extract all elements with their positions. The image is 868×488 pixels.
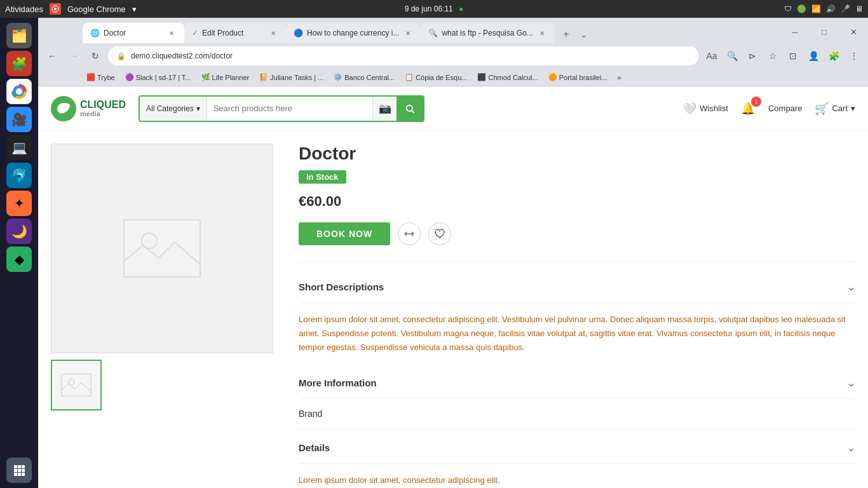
tab4-label: what is ftp - Pesquisa Go... xyxy=(442,29,532,37)
tab-edit-product[interactable]: ✓ Edit Product ✕ xyxy=(184,23,286,43)
search-input[interactable] xyxy=(207,97,372,121)
main-product-image[interactable] xyxy=(51,144,273,353)
dock-zoom-icon[interactable]: 🎥 xyxy=(6,107,32,132)
browser-chrome: 🌐 Doctor ✕ ✓ Edit Product ✕ 🔵 How to cha… xyxy=(38,18,868,86)
cast-btn[interactable]: ⊳ xyxy=(743,47,761,65)
menu-btn[interactable]: ⋮ xyxy=(845,47,863,65)
tab-ftp[interactable]: 🔍 what is ftp - Pesquisa Go... ✕ xyxy=(421,23,554,43)
compare-product-btn[interactable] xyxy=(398,222,421,245)
dock-ext-icon[interactable]: 🧩 xyxy=(6,51,32,76)
activities-label[interactable]: Atividades xyxy=(5,4,43,14)
svg-rect-10 xyxy=(14,473,17,476)
store-logo[interactable]: CLIQUED media xyxy=(51,96,126,121)
tab1-close[interactable]: ✕ xyxy=(166,28,177,38)
svg-rect-15 xyxy=(124,220,200,277)
bookmark-slack-label: Slack | sd-17 | T... xyxy=(136,74,191,81)
recording-dot: ● xyxy=(459,4,463,13)
bookmark-planner[interactable]: 🌿 Life Planner xyxy=(198,72,254,83)
details-arrow: ⌄ xyxy=(847,442,855,454)
product-page: Doctor In Stock €60.00 BOOK NOW xyxy=(38,131,868,488)
wifi-icon: 📶 xyxy=(811,4,821,13)
compare-label: Compare xyxy=(768,104,802,113)
book-now-btn[interactable]: BOOK NOW xyxy=(299,222,390,245)
back-btn[interactable]: ← xyxy=(43,47,61,65)
reader-btn[interactable]: ⊡ xyxy=(784,47,802,65)
forward-btn[interactable]: → xyxy=(65,47,83,65)
camera-search-btn[interactable]: 📷 xyxy=(372,97,397,121)
bookmark-banco[interactable]: ⚙️ Banco Central... xyxy=(330,72,398,83)
new-tab-btn[interactable]: + xyxy=(557,25,575,43)
tab4-favicon: 🔍 xyxy=(428,29,438,37)
extensions-btn[interactable]: 🧩 xyxy=(825,47,843,65)
reload-btn[interactable]: ↻ xyxy=(86,47,104,65)
tab3-close[interactable]: ✕ xyxy=(403,28,413,38)
search-submit-btn[interactable] xyxy=(397,97,423,121)
bookmark-copia-label: Cópia de Esqu... xyxy=(416,74,467,81)
thumbnail-list xyxy=(51,360,273,410)
logo-text-group: CLIQUED media xyxy=(80,100,126,118)
bookmark-trybe-label: Trybe xyxy=(97,74,115,81)
translate-btn[interactable]: Aa xyxy=(703,47,721,65)
bookmark-tasks-label: Juliane Tasks | ... xyxy=(270,74,323,81)
cart-btn[interactable]: 🛒 Cart ▾ xyxy=(815,102,855,116)
bookmark-planner-icon: 🌿 xyxy=(201,73,210,81)
short-desc-section: Short Descriptions ⌄ Lorem ipsum dolor s… xyxy=(299,271,855,364)
maximize-btn[interactable]: □ xyxy=(810,20,839,43)
bookmark-slack[interactable]: 🟣 Slack | sd-17 | T... xyxy=(121,72,195,83)
more-info-arrow: ⌄ xyxy=(847,377,855,389)
thumbnail-1[interactable] xyxy=(51,360,102,410)
stock-badge: In Stock xyxy=(299,170,346,184)
dock-mysql-icon[interactable]: 🐬 xyxy=(6,163,32,188)
dock-sketch-icon[interactable]: ✦ xyxy=(6,191,32,216)
bookmark-chmod[interactable]: ⬛ Chmod Calcul... xyxy=(473,72,541,83)
bookmark-btn[interactable]: ☆ xyxy=(764,47,782,65)
bookmark-copia[interactable]: 📋 Cópia de Esqu... xyxy=(401,72,471,83)
svg-rect-7 xyxy=(14,469,17,472)
dock-terminal-icon[interactable]: 💻 xyxy=(6,135,32,160)
bookmark-trybe[interactable]: 🟥 Trybe xyxy=(83,72,119,83)
svg-rect-11 xyxy=(18,473,21,476)
tab-overflow-btn[interactable]: ⌄ xyxy=(575,25,593,43)
wishlist-product-btn[interactable] xyxy=(428,222,451,245)
brand-label: Brand xyxy=(299,409,322,419)
dock-files-icon[interactable]: 🗂️ xyxy=(6,23,32,48)
cart-arrow: ▾ xyxy=(851,104,855,113)
product-images xyxy=(51,144,273,488)
search-category-label: All Categories xyxy=(146,104,194,113)
bookmark-tasks[interactable]: 📔 Juliane Tasks | ... xyxy=(255,72,327,83)
close-btn[interactable]: ✕ xyxy=(839,20,868,43)
wishlist-btn[interactable]: 🤍 Wishlist xyxy=(682,102,728,116)
dock-grid-icon[interactable] xyxy=(6,458,32,483)
chrome-taskbar-icon[interactable] xyxy=(50,3,61,15)
compare-btn[interactable]: 🔔 1 Compare xyxy=(741,102,802,116)
search-bar[interactable]: All Categories ▾ 📷 xyxy=(139,95,424,122)
tab2-close[interactable]: ✕ xyxy=(268,28,278,38)
bookmark-banco-icon: ⚙️ xyxy=(334,73,342,81)
browser-taskbar-label[interactable]: Google Chrome xyxy=(67,4,126,14)
search-category[interactable]: All Categories ▾ xyxy=(140,97,207,121)
dock-arc-icon[interactable]: 🌙 xyxy=(6,219,32,244)
tab4-close[interactable]: ✕ xyxy=(537,28,547,38)
bookmark-planner-label: Life Planner xyxy=(212,74,250,81)
tab2-favicon: ✓ xyxy=(192,29,198,37)
short-desc-text: Lorem ipsum dolor sit amet, consectetur … xyxy=(299,313,855,355)
dock-chrome-icon[interactable] xyxy=(6,79,32,104)
url-bar[interactable]: 🔒 demo.cliquedtest2.com/doctor xyxy=(108,46,699,65)
tab-doctor[interactable]: 🌐 Doctor ✕ xyxy=(83,23,184,43)
search-btn-addr[interactable]: 🔍 xyxy=(723,47,741,65)
bookmark-more[interactable]: » xyxy=(614,72,625,83)
product-price: €60.00 xyxy=(299,193,855,210)
tab-currency[interactable]: 🔵 How to change currency i... ✕ xyxy=(286,23,421,43)
tab3-favicon: 🔵 xyxy=(294,29,303,37)
minimize-btn[interactable]: ─ xyxy=(780,20,810,43)
bookmark-portal[interactable]: 🟠 Portal brasilei... xyxy=(545,72,611,83)
taskbar-dropdown[interactable]: ▾ xyxy=(132,4,137,14)
tab-bar: 🌐 Doctor ✕ ✓ Edit Product ✕ 🔵 How to cha… xyxy=(38,18,868,43)
details-header[interactable]: Details ⌄ xyxy=(299,432,855,464)
shield-icon: 🟢 xyxy=(797,4,806,13)
svg-point-13 xyxy=(407,105,412,111)
more-info-header[interactable]: More Information ⌄ xyxy=(299,367,855,399)
short-desc-header[interactable]: Short Descriptions ⌄ xyxy=(299,271,855,303)
dock-diamond-icon[interactable]: ◆ xyxy=(6,247,32,272)
profile-btn[interactable]: 👤 xyxy=(804,47,822,65)
